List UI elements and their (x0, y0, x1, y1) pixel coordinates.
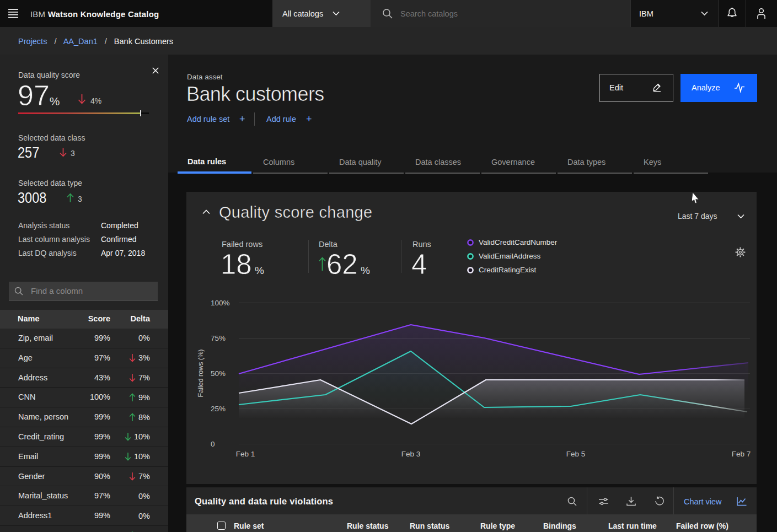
svg-text:Failed rows (%): Failed rows (%) (197, 350, 205, 397)
svg-text:Feb 5: Feb 5 (566, 450, 586, 458)
svg-text:100%: 100% (211, 299, 230, 307)
svg-text:75%: 75% (211, 334, 226, 342)
svg-text:Feb 3: Feb 3 (401, 450, 421, 458)
svg-text:Feb 1: Feb 1 (236, 450, 255, 458)
svg-text:0: 0 (211, 440, 215, 448)
svg-text:50%: 50% (211, 369, 226, 378)
svg-text:Feb 7: Feb 7 (732, 450, 751, 458)
svg-text:25%: 25% (211, 405, 226, 413)
